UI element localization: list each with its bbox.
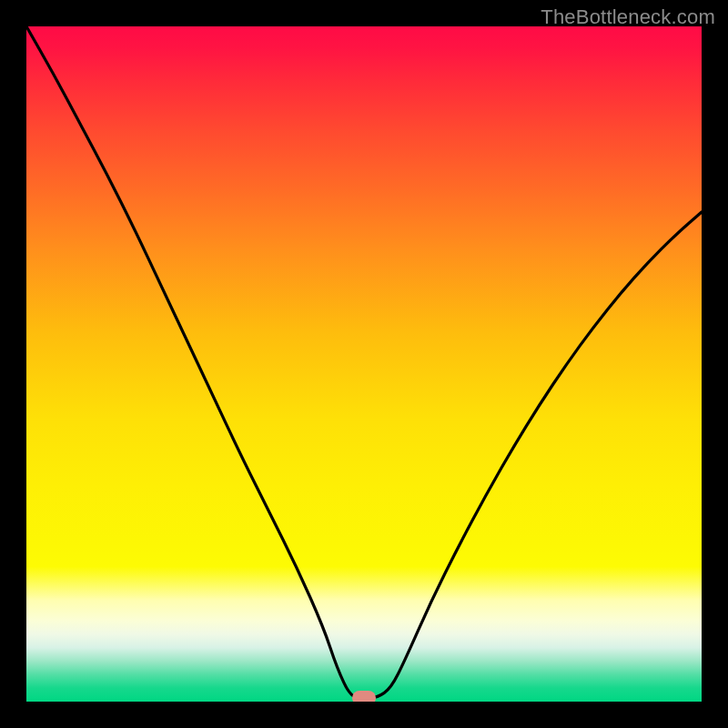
bottleneck-curve bbox=[26, 26, 702, 702]
chart-frame: TheBottleneck.com bbox=[0, 0, 728, 728]
plot-area bbox=[26, 26, 702, 702]
optimal-marker bbox=[352, 691, 376, 702]
watermark-text: TheBottleneck.com bbox=[541, 5, 715, 29]
